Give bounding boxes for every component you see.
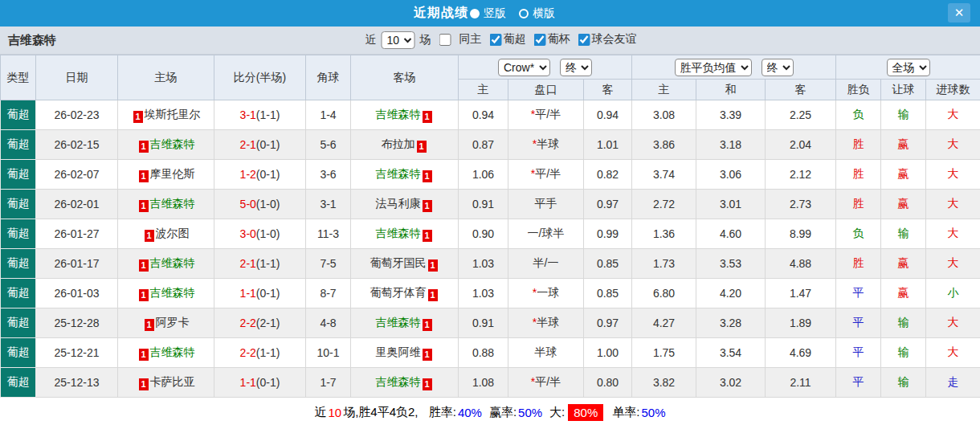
bookmaker-select[interactable]: Crow* [498,59,550,76]
date-cell: 26-01-03 [36,279,118,308]
single-rate-value: 50% [641,406,665,419]
radio-icon[interactable] [519,9,529,18]
score-cell: 2-2(2-1) [214,308,306,338]
avg-away-odds-cell: 2.12 [766,160,836,190]
away-team-name: 里奥阿维 [376,345,421,358]
avg-away-odds-cell: 2.73 [766,190,836,219]
league-cell: 葡超 [1,219,36,249]
home-team-name: 阿罗卡 [156,316,190,329]
radio-icon[interactable] [470,9,480,18]
handicap-home-odds-cell: 1.03 [459,279,508,308]
fulltime-score: 1-1 [240,287,256,300]
col-odds-home: 主 [459,80,508,100]
red-card-icon: 1 [139,170,149,182]
filter-checkbox[interactable] [534,34,546,46]
view-toggle: 竖版横版 [468,6,566,21]
games-label: 场 [420,33,431,47]
avg-time-select[interactable]: 终 [762,59,794,76]
handicap-away-odds-cell: 0.85 [584,249,632,279]
big-rate-badge: 80% [568,404,603,421]
fulltime-score: 5-0 [240,198,256,210]
avg-away-odds-cell: 4.88 [766,249,836,279]
score-cell: 1-1(0-1) [214,279,306,308]
handicap-rate-value: 50% [518,406,542,419]
handicap-result-cell: 赢 [881,279,926,308]
wdl-result-cell: 负 [836,219,881,249]
summary-near: 近 [314,405,326,420]
close-button[interactable]: ✕ [948,3,970,22]
handicap-home-odds-cell: 0.91 [459,308,508,338]
away-team-cell: 布拉加1 [351,130,459,160]
away-team-cell: 吉维森特1 [351,368,459,398]
wdl-result-cell: 平 [836,368,881,398]
summary-bar: 近10场,胜4平4负2, 胜率:40% 赢率:50% 大:80% 单率:50% [0,398,980,427]
match-count-select[interactable]: 10 [382,31,415,49]
results-table: 类型 日期 主场 比分(半场) 角球 客场 Crow* 终 胜平负均值 终 全场 [0,55,980,398]
handicap-group-header: Crow* 终 [459,55,632,80]
match-row: 葡超 25-12-28 1阿罗卡 2-2(2-1) 4-8 吉维森特1 0.91… [1,308,980,338]
home-team-cell: 1吉维森特 [118,249,214,279]
filter-checkbox[interactable] [439,34,451,46]
match-row: 葡超 26-02-01 1吉维森特 5-0(1-0) 3-1 法马利康1 0.9… [1,190,980,219]
corner-cell: 3-6 [306,160,351,190]
handicap-home-odds-cell: 0.88 [459,338,508,368]
fulltime-score: 1-1 [240,376,256,389]
avg-draw-odds-cell: 3.18 [696,130,766,160]
scope-select[interactable]: 全场 [887,59,930,76]
avg-away-odds-cell: 4.69 [766,338,836,368]
match-row: 葡超 26-01-27 1波尔图 3-0(1-0) 11-3 吉维森特1 0.9… [1,219,980,249]
goals-result-cell: 大 [926,100,980,130]
view-option[interactable]: 横版 [517,6,555,21]
date-cell: 26-02-01 [36,190,118,219]
avg-away-odds-cell: 2.25 [766,100,836,130]
filter-checkbox[interactable] [490,34,502,46]
home-team-name: 埃斯托里尔 [145,108,201,121]
away-team-name: 葡萄牙体育 [370,286,427,299]
goals-result-cell: 大 [926,308,980,338]
filter-option[interactable]: 同主 [433,32,482,47]
red-card-icon: 1 [423,319,432,331]
handicap-line: 半球 [535,345,557,358]
col-type: 类型 [1,55,36,100]
home-team-cell: 1吉维森特 [118,338,214,368]
bookmaker-time-select[interactable]: 终 [560,59,592,76]
handicap-line: 半球 [537,137,559,150]
col-date: 日期 [36,55,118,100]
filter-option[interactable]: 葡杯 [528,32,570,47]
match-row: 葡超 26-02-07 1摩里伦斯 1-2(0-1) 3-6 吉维森特1 1.0… [1,160,980,190]
col-handicap-line: 盘口 [508,80,584,100]
filter-label: 球会友谊 [592,32,637,47]
match-row: 葡超 26-02-23 1埃斯托里尔 3-1(1-1) 1-4 吉维森特1 0.… [1,100,980,130]
handicap-result-cell: 赢 [881,190,926,219]
view-option[interactable]: 竖版 [468,6,506,21]
league-cell: 葡超 [1,100,36,130]
home-team-name: 吉维森特 [150,197,195,210]
away-team-cell: 法马利康1 [351,190,459,219]
corner-cell: 11-3 [306,219,351,249]
red-card-icon: 1 [133,111,143,123]
away-team-name: 吉维森特 [376,316,421,329]
date-cell: 25-12-13 [36,368,118,398]
score-cell: 2-1(0-1) [214,130,306,160]
filter-option[interactable]: 葡超 [484,32,526,47]
handicap-line-cell: *一/球半 [508,219,584,249]
score-cell: 5-0(1-0) [214,190,306,219]
goals-result-cell: 大 [926,130,980,160]
avg-draw-odds-cell: 3.53 [696,249,766,279]
view-option-label: 竖版 [484,6,506,21]
handicap-result-cell: 输 [881,100,926,130]
home-team-name: 吉维森特 [150,256,195,269]
filter-option[interactable]: 球会友谊 [572,32,637,47]
win-rate-label: 胜率: [429,405,456,420]
filter-checkbox[interactable] [578,34,590,46]
avg-type-select[interactable]: 胜平负均值 [675,59,752,76]
handicap-line-cell: *平手 [508,190,584,219]
handicap-line-cell: *半球 [508,338,584,368]
handicap-line-cell: *半/一 [508,249,584,279]
handicap-result-cell: 输 [881,368,926,398]
home-team-name: 吉维森特 [150,137,195,150]
result-group-header: 全场 [836,55,980,80]
halftime-score: (0-1) [256,376,280,389]
away-team-name: 布拉加 [382,137,415,150]
home-team-name: 卡萨比亚 [150,375,195,388]
